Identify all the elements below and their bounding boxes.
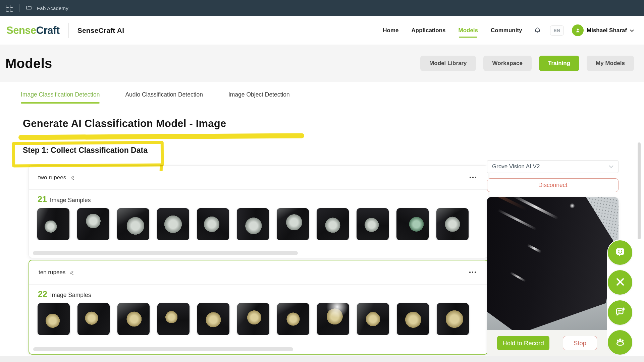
my-models-button[interactable]: My Models (587, 56, 634, 71)
page-actions: Model LibraryWorkspaceTrainingMy Models (420, 56, 634, 71)
nav-item-home[interactable]: Home (383, 27, 398, 34)
page-head: Models Model LibraryWorkspaceTrainingMy … (0, 45, 644, 82)
tab-image-object-detection[interactable]: Image Object Detection (228, 91, 290, 104)
sample-count-row: 22Image Samples (29, 285, 487, 299)
sensecraft-logo[interactable]: SenseCraft (6, 24, 60, 37)
step-title: Step 1: Collect Classification Data (23, 146, 148, 155)
logo-sense: Sense (6, 24, 36, 36)
chevron-down-icon (609, 165, 613, 168)
sample-thumbnail[interactable] (197, 208, 229, 240)
main-nav: HomeApplicationsModelsCommunity (383, 27, 522, 34)
user-menu[interactable]: Mishael Sharaf (572, 24, 634, 36)
page-title: Models (5, 56, 52, 71)
topbar-divider (19, 4, 19, 12)
browser-topbar: Fab Academy (0, 0, 644, 16)
device-select[interactable]: Grove Vision AI V2 (487, 160, 619, 173)
hold-to-record-button[interactable]: Hold to Record (497, 336, 549, 350)
sample-count: 21 (38, 194, 47, 204)
design-tools-icon (614, 276, 626, 289)
stop-button[interactable]: Stop (563, 336, 597, 350)
sample-thumbnail[interactable] (357, 208, 389, 240)
model-library-button[interactable]: Model Library (420, 56, 476, 71)
community-icon (614, 336, 626, 349)
page-root: Fab Academy SenseCraft SenseCraft AI Hom… (0, 0, 644, 362)
sample-thumbnail[interactable] (357, 303, 389, 335)
sample-thumbnails (29, 204, 488, 240)
user-name: Mishael Sharaf (587, 27, 627, 34)
sample-thumbnail[interactable] (237, 303, 269, 335)
class-card-header: ten rupees (29, 260, 487, 285)
training-button[interactable]: Training (539, 56, 579, 71)
disconnect-button[interactable]: Disconnect (487, 178, 619, 192)
page-scrollbar[interactable] (638, 142, 641, 240)
record-controls: Hold to Record Stop (487, 330, 619, 356)
sample-thumbnail[interactable] (157, 303, 190, 335)
sample-thumbnail[interactable] (277, 303, 309, 335)
camera-preview (487, 197, 619, 330)
detection-tabs: Image Classification DetectionAudio Clas… (21, 91, 290, 104)
class-card-header: two rupees (29, 166, 488, 190)
sample-count-row: 21Image Samples (29, 190, 488, 204)
highlighter-underline (18, 133, 304, 140)
sample-thumbnail[interactable] (77, 208, 109, 240)
workspace-label[interactable]: Fab Academy (37, 5, 68, 11)
bottom-strip (0, 356, 644, 362)
sample-thumbnail[interactable] (117, 208, 149, 240)
device-select-value: Grove Vision AI V2 (492, 163, 540, 170)
app-header: SenseCraft SenseCraft AI HomeApplication… (0, 16, 644, 45)
edit-class-name-icon[interactable] (68, 269, 75, 276)
tab-image-classification-detection[interactable]: Image Classification Detection (21, 91, 100, 104)
header-divider (68, 23, 69, 38)
chevron-down-icon (630, 27, 634, 34)
sample-count: 22 (38, 289, 47, 299)
sample-thumbnail[interactable] (317, 208, 349, 240)
ai-chat-icon (614, 306, 626, 319)
nav-item-community[interactable]: Community (491, 27, 522, 34)
nav-item-applications[interactable]: Applications (411, 27, 445, 34)
sample-count-label: Image Samples (50, 292, 91, 299)
sample-thumbnail[interactable] (117, 303, 150, 335)
sample-thumbnail[interactable] (37, 208, 69, 240)
language-badge[interactable]: EN (550, 25, 564, 36)
workspace-button[interactable]: Workspace (483, 56, 532, 71)
nav-item-models[interactable]: Models (458, 27, 478, 34)
preview-glint (570, 203, 575, 208)
notifications-bell-icon[interactable] (534, 26, 541, 34)
sample-thumbnail[interactable] (157, 208, 189, 240)
avatar (572, 24, 584, 36)
sample-thumbnail[interactable] (396, 208, 429, 240)
class-name-label: ten rupees (39, 269, 65, 276)
tab-audio-classification-detection[interactable]: Audio Classification Detection (125, 91, 203, 104)
sample-count-label: Image Samples (50, 197, 91, 204)
sample-thumbnail[interactable] (38, 303, 70, 335)
sample-thumbnail[interactable] (77, 303, 110, 335)
feedback-icon (614, 246, 626, 259)
class-menu-button[interactable] (467, 269, 478, 275)
sample-thumbnail[interactable] (436, 208, 469, 240)
class-card-two-rupees: two rupees21Image Samples (29, 165, 488, 258)
fab-feedback-button[interactable] (608, 240, 632, 265)
sample-thumbnail[interactable] (237, 208, 269, 240)
sample-thumbnails (29, 299, 487, 335)
sample-thumbnail[interactable] (317, 303, 349, 335)
fab-ai-chat-button[interactable] (608, 300, 632, 325)
fab-design-tools-button[interactable] (608, 270, 632, 295)
class-card-ten-rupees: ten rupees22Image Samples (29, 260, 488, 355)
fab-community-button[interactable] (608, 330, 632, 355)
section-heading: Generate AI Classification Model - Image (23, 118, 226, 130)
logo-craft: Craft (36, 24, 60, 36)
apps-grid-icon[interactable] (6, 5, 13, 12)
edit-class-name-icon[interactable] (69, 174, 76, 181)
sample-thumbnail[interactable] (197, 303, 229, 335)
sample-thumbnail[interactable] (277, 208, 309, 240)
horizontal-scrollbar[interactable] (33, 347, 293, 351)
class-name-label: two rupees (38, 174, 66, 181)
app-title: SenseCraft AI (77, 26, 124, 35)
sample-thumbnail[interactable] (397, 303, 429, 335)
camera-preview-panel: Hold to Record Stop (487, 197, 619, 356)
sample-thumbnail[interactable] (437, 303, 469, 335)
horizontal-scrollbar[interactable] (33, 251, 298, 255)
class-menu-button[interactable] (468, 175, 479, 180)
folder-icon (25, 4, 32, 12)
